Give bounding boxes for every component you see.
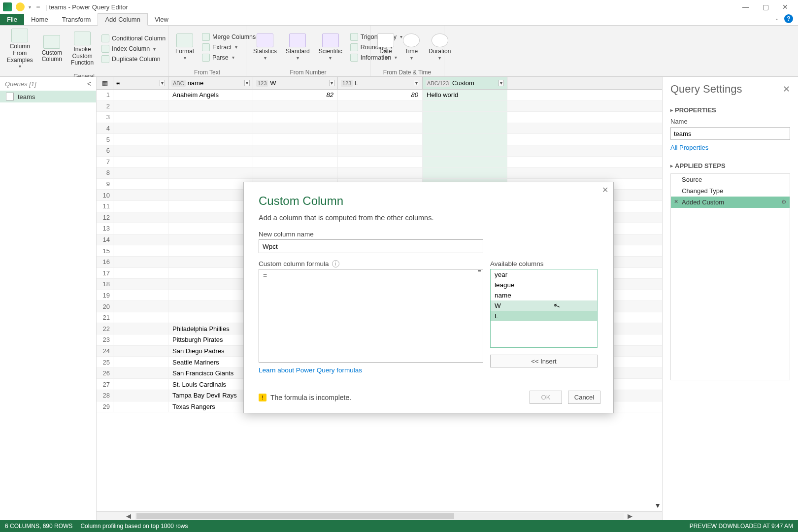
cell[interactable]	[113, 167, 168, 178]
invoke-custom-function-button[interactable]: Invoke Custom Function	[68, 31, 97, 67]
new-column-name-input[interactable]	[259, 239, 483, 253]
cell[interactable]	[113, 190, 168, 200]
tab-home[interactable]: Home	[24, 14, 55, 25]
cell-w[interactable]	[253, 134, 338, 145]
table-row[interactable]: 5	[97, 134, 662, 145]
cell[interactable]	[113, 145, 168, 156]
cell[interactable]	[113, 201, 168, 212]
cell-name[interactable]: Anaheim Angels	[168, 90, 253, 100]
conditional-column-button[interactable]: Conditional Column	[100, 34, 167, 43]
cell-name[interactable]: San Francisco Giants	[168, 368, 253, 379]
standard-button[interactable]: Standard▾	[283, 33, 313, 62]
cell[interactable]	[113, 279, 168, 290]
time-button[interactable]: Time▾	[400, 33, 423, 62]
cell-w[interactable]	[253, 101, 338, 112]
cell-name[interactable]: St. Louis Cardinals	[168, 379, 253, 390]
table-row[interactable]: 3	[97, 112, 662, 123]
cell[interactable]	[113, 368, 168, 379]
cell[interactable]	[113, 179, 168, 190]
cell-l[interactable]	[338, 145, 423, 156]
cell[interactable]	[113, 123, 168, 134]
dialog-close-icon[interactable]: ✕	[602, 185, 608, 195]
available-columns-list[interactable]: yearleaguenameWL	[490, 269, 598, 348]
column-header-custom[interactable]: ABC/123Custom▾	[423, 77, 507, 89]
cell-custom[interactable]	[423, 167, 507, 178]
available-column-item[interactable]: year	[491, 269, 597, 280]
cell[interactable]	[113, 346, 168, 357]
cell-name[interactable]	[168, 101, 253, 112]
query-item-teams[interactable]: teams	[0, 91, 96, 102]
cell[interactable]	[113, 257, 168, 267]
ok-button[interactable]: OK	[530, 391, 562, 404]
learn-link[interactable]: Learn about Power Query formulas	[259, 366, 483, 374]
cell-w[interactable]	[253, 145, 338, 156]
applied-step[interactable]: Added Custom	[671, 197, 790, 208]
close-settings-icon[interactable]: ✕	[783, 84, 790, 95]
cell-name[interactable]: Seattle Mariners	[168, 357, 253, 367]
formula-input[interactable]: =	[259, 269, 483, 363]
date-button[interactable]: Date▾	[374, 33, 397, 62]
cell-w[interactable]	[253, 123, 338, 134]
available-column-item[interactable]: league	[491, 280, 597, 290]
cell-custom[interactable]	[423, 145, 507, 156]
collapse-queries-icon[interactable]: <	[87, 80, 91, 88]
cell[interactable]	[113, 401, 168, 412]
custom-column-button[interactable]: Custom Column	[39, 34, 65, 65]
cell-name[interactable]	[168, 245, 253, 256]
cell-name[interactable]: Tampa Bay Devil Rays	[168, 390, 253, 401]
all-properties-link[interactable]: All Properties	[670, 144, 790, 151]
column-header-w[interactable]: 123W▾	[253, 77, 338, 89]
cell-name[interactable]: Pittsburgh Pirates	[168, 334, 253, 345]
cell-name[interactable]	[168, 112, 253, 123]
cell-l[interactable]	[338, 157, 423, 167]
scroll-right-icon[interactable]: ▶	[628, 512, 632, 520]
cell[interactable]	[113, 268, 168, 279]
scroll-down-icon[interactable]: ▼	[654, 501, 661, 509]
cell[interactable]	[113, 90, 168, 100]
table-row[interactable]: 1Anaheim Angels8280Hello world	[97, 90, 662, 101]
available-column-item[interactable]: W	[491, 300, 597, 311]
format-button[interactable]: Format▾	[172, 33, 197, 62]
cell-name[interactable]	[168, 312, 253, 323]
cell[interactable]	[113, 301, 168, 312]
cell-w[interactable]: 82	[253, 90, 338, 100]
cell-custom[interactable]	[423, 123, 507, 134]
cell-l[interactable]	[338, 123, 423, 134]
collapse-ribbon-icon[interactable]: ˄	[771, 18, 782, 25]
qat-caret-icon[interactable]: ▾	[29, 4, 31, 10]
maximize-button[interactable]: ▢	[756, 0, 775, 14]
filter-icon[interactable]: ▾	[414, 80, 419, 86]
cell-name[interactable]: Texas Rangers	[168, 401, 253, 412]
cell-l[interactable]	[338, 101, 423, 112]
cell-name[interactable]	[168, 301, 253, 312]
insert-button[interactable]: << Insert	[490, 355, 598, 367]
help-icon[interactable]: ?	[784, 14, 793, 23]
cell[interactable]	[113, 212, 168, 223]
cell-custom[interactable]: Hello world	[423, 90, 507, 100]
cell-name[interactable]	[168, 257, 253, 267]
statistics-button[interactable]: Statistics▾	[250, 33, 280, 62]
available-column-item[interactable]: name	[491, 290, 597, 300]
cell[interactable]	[113, 223, 168, 234]
emoji-icon[interactable]	[16, 2, 25, 11]
cell-custom[interactable]	[423, 134, 507, 145]
cell-name[interactable]	[168, 179, 253, 190]
cell-w[interactable]	[253, 157, 338, 167]
query-name-input[interactable]	[670, 127, 790, 140]
cell-name[interactable]	[168, 157, 253, 167]
cell[interactable]	[113, 379, 168, 390]
column-header-l[interactable]: 123L▾	[338, 77, 423, 89]
cell[interactable]	[113, 234, 168, 245]
table-row[interactable]: 8	[97, 167, 662, 179]
cell-name[interactable]	[168, 234, 253, 245]
index-column-button[interactable]: Index Column▾	[100, 44, 167, 53]
column-from-examples-button[interactable]: Column From Examples▾	[4, 28, 36, 70]
cell-name[interactable]	[168, 134, 253, 145]
cell[interactable]	[113, 245, 168, 256]
cell-name[interactable]	[168, 201, 253, 212]
applied-step[interactable]: Source	[671, 174, 790, 185]
cell-name[interactable]	[168, 167, 253, 178]
cell-name[interactable]	[168, 190, 253, 200]
cell-w[interactable]	[253, 167, 338, 178]
table-row[interactable]: 4	[97, 123, 662, 134]
